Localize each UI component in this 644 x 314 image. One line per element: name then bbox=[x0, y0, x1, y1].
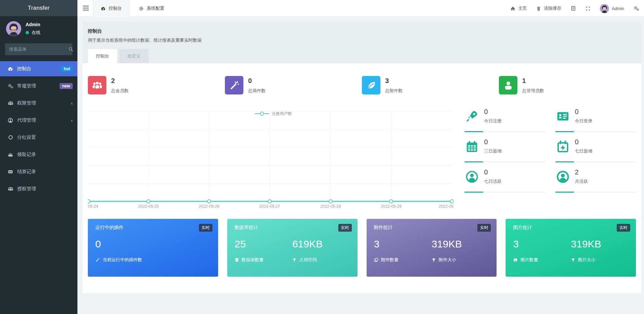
home-link[interactable]: 主页 bbox=[510, 5, 527, 11]
sidebar-item-label: 领取记录 bbox=[17, 152, 36, 158]
clear-cache-label: 清除缓存 bbox=[544, 5, 561, 11]
card-value: 0 bbox=[95, 238, 211, 250]
nav-tab-dashboard[interactable]: 控制台 bbox=[92, 0, 130, 17]
page-header: 控制台 用于展示当前系统中的统计数据、统计报表及重要实时数据 控制台 自定义 bbox=[82, 22, 641, 63]
svg-text:2022-05-27: 2022-05-27 bbox=[259, 204, 280, 209]
dashboard-panel: 2 总会员数 0 总插件数 3 总附件数 bbox=[82, 63, 641, 293]
card-icon bbox=[7, 169, 13, 174]
nav-tab-system-config[interactable]: 系统配置 bbox=[130, 0, 173, 17]
stat-label: 总附件数 bbox=[385, 88, 403, 94]
mini-stat-label: 七日新增 bbox=[575, 148, 636, 154]
sidebar-item-dividends[interactable]: 分红设置 bbox=[0, 130, 77, 145]
sidebar-item-general[interactable]: 常规管理 new bbox=[0, 78, 77, 93]
navbar-right: 主页 清除缓存 Admin bbox=[510, 0, 639, 17]
sidebar-item-authorization[interactable]: 授权管理 bbox=[0, 181, 77, 196]
sidebar-item-label: 权限管理 bbox=[17, 100, 36, 106]
user-status: 在线 bbox=[26, 30, 40, 36]
image-icon bbox=[513, 258, 518, 262]
mini-stat-seven-day-active: 0 七日活跃 bbox=[465, 168, 545, 193]
svg-text:2022-05-25: 2022-05-25 bbox=[138, 204, 159, 209]
sidebar-item-label: 授权管理 bbox=[17, 186, 36, 192]
user-menu-label: Admin bbox=[612, 6, 624, 11]
card-footer-label: 图片数量 bbox=[520, 257, 538, 263]
sidebar-toggle-icon[interactable] bbox=[83, 6, 89, 12]
sidebar-item-label: 分红设置 bbox=[17, 134, 36, 141]
database-icon bbox=[235, 258, 239, 262]
avatar-image bbox=[6, 21, 21, 36]
user-info: Admin 在线 bbox=[26, 22, 40, 36]
middle-row: 注册用户数 05-24 2022-05-25 2022-05-26 2022-0… bbox=[88, 108, 636, 209]
gauge-icon bbox=[101, 6, 106, 11]
card-footer-label: 占用空间 bbox=[299, 257, 317, 263]
card-value-2: 319KB bbox=[432, 238, 489, 250]
online-dot-icon bbox=[26, 31, 29, 34]
nav-tab-label: 系统配置 bbox=[147, 5, 164, 11]
svg-text:2022-05-29: 2022-05-29 bbox=[381, 204, 402, 209]
user-circle-icon bbox=[7, 118, 13, 123]
sidebar-item-dashboard[interactable]: 控制台 hot bbox=[0, 61, 77, 76]
cake-icon bbox=[7, 152, 13, 157]
sidebar-item-settlements[interactable]: 结算记录 bbox=[0, 164, 77, 179]
user-outline-icon bbox=[465, 170, 479, 184]
circle-icon bbox=[7, 135, 13, 140]
search-icon[interactable] bbox=[68, 47, 73, 52]
hot-badge: hot bbox=[61, 66, 73, 72]
realtime-badge: 实时 bbox=[617, 224, 630, 232]
card-running-plugins: 运行中的插件 实时 0 当前运行中的插件数 bbox=[88, 219, 218, 277]
realtime-badge: 实时 bbox=[477, 224, 491, 232]
tab-dashboard[interactable]: 控制台 bbox=[88, 49, 117, 63]
search-input[interactable] bbox=[9, 47, 68, 52]
mini-stat-progress bbox=[465, 161, 545, 162]
card-value-2: 619KB bbox=[292, 238, 350, 250]
mini-stat-label: 今日登录 bbox=[575, 118, 636, 124]
sidebar-item-agents[interactable]: 代理管理 ‹ bbox=[0, 113, 77, 128]
summary-cards: 运行中的插件 实时 0 当前运行中的插件数 数据库统计 实时 25 bbox=[88, 219, 636, 277]
card-footer-label: 附件大小 bbox=[439, 257, 456, 263]
mini-stat-monthly-active: 2 月活跃 bbox=[555, 168, 636, 193]
sidebar-item-permissions[interactable]: 权限管理 ‹ bbox=[0, 95, 77, 111]
page-subtitle: 用于展示当前系统中的统计数据、统计报表及重要实时数据 bbox=[88, 37, 636, 43]
main-content: 控制台 用于展示当前系统中的统计数据、统计报表及重要实时数据 控制台 自定义 2… bbox=[77, 17, 644, 314]
home-icon bbox=[510, 6, 515, 11]
fullscreen-button[interactable] bbox=[585, 6, 590, 11]
svg-text:2022-05-26: 2022-05-26 bbox=[199, 204, 219, 209]
x-axis-labels: 05-24 2022-05-25 2022-05-26 2022-05-27 2… bbox=[88, 204, 453, 209]
language-button[interactable] bbox=[571, 6, 576, 11]
users-icon bbox=[7, 186, 13, 192]
chart-grid bbox=[88, 111, 452, 201]
sidebar: Transfer Admin 在线 bbox=[0, 0, 77, 314]
realtime-badge: 实时 bbox=[338, 224, 352, 232]
user-menu[interactable]: Admin bbox=[600, 4, 624, 13]
page-tabs: 控制台 自定义 bbox=[88, 49, 636, 63]
book-icon bbox=[571, 6, 576, 11]
card-value: 25 bbox=[235, 238, 292, 250]
stat-value: 1 bbox=[522, 77, 544, 85]
card-title: 数据库统计 bbox=[235, 225, 350, 231]
sidebar-item-label: 结算记录 bbox=[17, 169, 36, 175]
chart-legend[interactable]: 注册用户数 bbox=[255, 111, 292, 116]
sidebar-item-label: 代理管理 bbox=[17, 117, 36, 123]
mini-stat-three-day-new: 0 三日新增 bbox=[465, 138, 545, 162]
users-icon bbox=[88, 76, 106, 94]
sidebar-item-label: 常规管理 bbox=[17, 83, 36, 89]
expand-icon bbox=[585, 6, 590, 11]
stat-total-attachments: 3 总附件数 bbox=[362, 76, 499, 94]
tab-custom[interactable]: 自定义 bbox=[119, 49, 148, 63]
avatar[interactable] bbox=[6, 21, 21, 36]
mini-stat-value: 0 bbox=[484, 138, 545, 146]
svg-text:05-24: 05-24 bbox=[88, 204, 98, 209]
settings-button[interactable] bbox=[634, 6, 639, 11]
id-card-icon bbox=[556, 110, 570, 123]
mini-stat-value: 0 bbox=[484, 168, 545, 176]
user-circle-icon bbox=[556, 170, 570, 184]
magic-wand-icon bbox=[95, 258, 100, 262]
card-footer-label: 数据表数量 bbox=[242, 257, 264, 263]
clear-cache-button[interactable]: 清除缓存 bbox=[536, 5, 561, 11]
sidebar-item-claims[interactable]: 领取记录 bbox=[0, 147, 77, 162]
stat-value: 3 bbox=[385, 77, 403, 85]
gears-icon bbox=[7, 83, 13, 89]
page-title: 控制台 bbox=[88, 28, 636, 34]
mini-stat-seven-day-new: 0 七日新增 bbox=[555, 138, 636, 162]
stat-total-members: 2 总会员数 bbox=[88, 76, 225, 94]
mini-stat-today-logins: 0 今日登录 bbox=[555, 108, 636, 132]
